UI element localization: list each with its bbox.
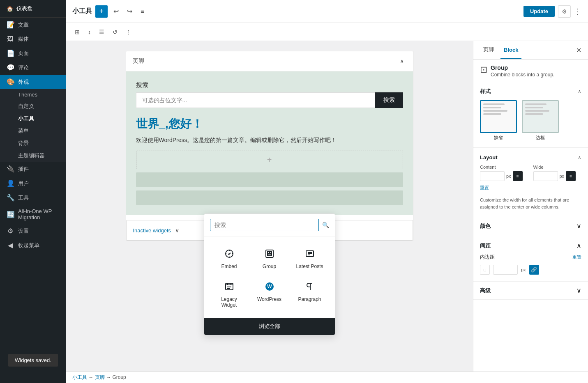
- style-line-1: [483, 103, 505, 105]
- redo-button[interactable]: ↪: [125, 6, 135, 17]
- svg-rect-3: [270, 252, 272, 253]
- pages-icon: 📄: [7, 49, 14, 57]
- style-collapse-icon: ∧: [578, 89, 581, 94]
- settings-icon: ⚙: [7, 227, 14, 235]
- undo-button[interactable]: ↩: [111, 6, 121, 17]
- add-block-inline-button[interactable]: +: [136, 151, 403, 169]
- content-unit: px: [506, 174, 511, 179]
- tab-page[interactable]: 页脚: [480, 41, 497, 59]
- padding-box-icon: □: [480, 265, 490, 275]
- style-border-preview: [522, 100, 559, 133]
- block-search-input[interactable]: [210, 219, 319, 231]
- spacing-section-header[interactable]: 间距 ∧: [480, 242, 581, 250]
- inactive-widgets-label[interactable]: Inactive widgets: [133, 227, 171, 234]
- group-info: ⊡ Group Combine blocks into a group.: [473, 60, 588, 81]
- sidebar-item-appearance[interactable]: 🎨 外观 ◀: [0, 75, 66, 89]
- block-item-paragraph[interactable]: Paragraph: [291, 276, 328, 311]
- sidebar: 🏠 仪表盘 📝 文章 🖼 媒体 📄 页面 💬 评论 🎨 外观 ◀: [0, 0, 66, 383]
- sidebar-item-themes[interactable]: Themes: [0, 89, 66, 100]
- sidebar-item-migration[interactable]: 🔄 All-in-One WP Migration: [0, 205, 66, 224]
- bottom-bar: 小工具 → 页脚 → Group: [66, 372, 588, 383]
- inactive-toggle-button[interactable]: ∨: [173, 225, 182, 235]
- right-panel: 页脚 Block ✕ ⊡ Group Combine blocks into a…: [473, 41, 588, 372]
- toolbar-align-button[interactable]: ☰: [97, 27, 107, 37]
- group-block-icon: ⊡: [480, 64, 487, 75]
- sidebar-item-background[interactable]: 背景: [0, 137, 66, 149]
- collapse-section-button[interactable]: ∧: [397, 56, 406, 66]
- toolbar-transform-button[interactable]: ↺: [110, 27, 120, 37]
- sidebar-item-collapse[interactable]: ◀ 收起菜单: [0, 238, 66, 252]
- sidebar-item-posts[interactable]: 📝 文章: [0, 18, 66, 32]
- color-collapse-icon: ∨: [576, 222, 581, 230]
- svg-text:W: W: [267, 284, 272, 289]
- block-popup: 🔍 Embed: [204, 213, 335, 335]
- sidebar-item-comments[interactable]: 💬 评论: [0, 60, 66, 75]
- sidebar-item-customize[interactable]: 自定义: [0, 100, 66, 112]
- sidebar-item-settings-label: 设置: [18, 227, 29, 235]
- style-line-3: [483, 110, 507, 112]
- content-area: 页脚 ∧ 搜索 搜索: [66, 41, 473, 372]
- sidebar-item-posts-label: 文章: [18, 21, 29, 29]
- dashboard-icon: 🏠: [7, 6, 13, 12]
- padding-label: 内边距: [480, 254, 495, 261]
- svg-rect-4: [267, 254, 272, 256]
- content-input-row: px ≡: [480, 171, 528, 181]
- search-submit-button[interactable]: 搜索: [375, 92, 403, 108]
- padding-reset-button[interactable]: 重置: [572, 254, 581, 260]
- wide-width-input[interactable]: [533, 171, 558, 181]
- padding-value-input[interactable]: [493, 265, 518, 275]
- style-border-line-4: [525, 113, 543, 115]
- wide-align-button[interactable]: ≡: [566, 171, 576, 181]
- style-border[interactable]: 边框: [522, 100, 559, 141]
- sidebar-item-users[interactable]: 👤 用户: [0, 176, 66, 190]
- sidebar-item-pages[interactable]: 📄 页面: [0, 46, 66, 60]
- sidebar-item-theme-editor[interactable]: 主题编辑器: [0, 149, 66, 162]
- breadcrumb-arrow-1: →: [88, 374, 95, 380]
- style-default[interactable]: 缺省: [480, 100, 517, 141]
- block-item-latest-posts[interactable]: Latest Posts: [291, 243, 328, 273]
- block-item-legacy-widget[interactable]: Legacy Widget: [211, 276, 248, 311]
- sidebar-item-plugins[interactable]: 🔌 插件: [0, 162, 66, 176]
- padding-header-row: 内边距 重置: [480, 254, 581, 261]
- style-section-header[interactable]: 样式 ∧: [480, 88, 581, 95]
- content-align-button[interactable]: ≡: [513, 171, 523, 181]
- block-item-embed[interactable]: Embed: [211, 243, 248, 273]
- sidebar-item-tools[interactable]: 🔧 工具: [0, 190, 66, 205]
- color-section-header[interactable]: 颜色 ∨: [480, 222, 581, 230]
- toolbar-link-button[interactable]: ⊞: [72, 27, 82, 37]
- style-default-preview: [480, 100, 517, 133]
- more-options-button[interactable]: ⋮: [574, 7, 581, 16]
- sidebar-item-media[interactable]: 🖼 媒体: [0, 32, 66, 46]
- latest-posts-label: Latest Posts: [296, 264, 323, 269]
- placeholder-rows: [136, 172, 403, 205]
- content-width-input[interactable]: [480, 171, 505, 181]
- browse-all-button[interactable]: 浏览全部: [204, 318, 335, 335]
- sidebar-item-menus[interactable]: 菜单: [0, 125, 66, 137]
- advanced-section-header[interactable]: 高级 ∨: [480, 287, 581, 294]
- tab-block[interactable]: Block: [500, 42, 521, 59]
- search-placeholder-input[interactable]: [136, 92, 375, 108]
- list-view-button[interactable]: ≡: [138, 6, 147, 17]
- breadcrumb-footer[interactable]: 页脚: [95, 374, 105, 380]
- layout-section-header[interactable]: Layout ∧: [480, 154, 581, 161]
- saved-toast: Widgets saved.: [8, 354, 58, 367]
- update-button[interactable]: Update: [523, 6, 555, 17]
- settings-button[interactable]: ⚙: [558, 5, 571, 18]
- toolbar-move-button[interactable]: ↕: [85, 27, 93, 37]
- block-item-wordpress[interactable]: W WordPress: [251, 276, 288, 311]
- breadcrumb-widgets[interactable]: 小工具: [72, 374, 87, 380]
- wordpress-icon: W: [262, 279, 277, 294]
- padding-link-button[interactable]: 🔗: [529, 265, 539, 275]
- panel-close-button[interactable]: ✕: [576, 46, 581, 54]
- layout-inputs-row: Content px ≡ Wide px: [480, 165, 581, 181]
- paragraph-label: Paragraph: [298, 296, 321, 302]
- legacy-widget-label: Legacy Widget: [214, 296, 244, 308]
- layout-reset-button[interactable]: 重置: [480, 185, 489, 191]
- group-description: Combine blocks into a group.: [491, 72, 554, 78]
- reset-row: 重置: [480, 181, 581, 193]
- toolbar-options-button[interactable]: ⋮: [123, 27, 134, 37]
- block-item-group[interactable]: Group: [251, 243, 288, 273]
- sidebar-item-settings[interactable]: ⚙ 设置: [0, 224, 66, 238]
- add-block-button[interactable]: +: [95, 5, 108, 18]
- sidebar-item-widgets[interactable]: 小工具: [0, 112, 66, 125]
